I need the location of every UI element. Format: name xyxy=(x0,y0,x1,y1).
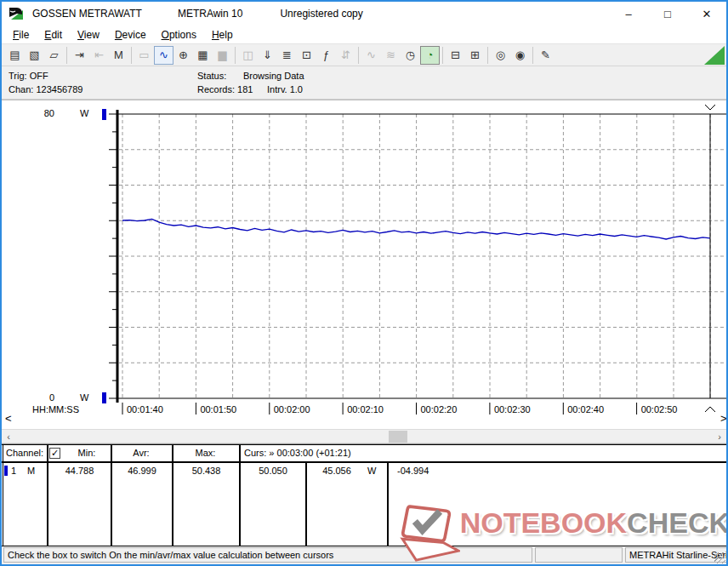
title-bar: GOSSEN METRAWATT METRAwin 10 Unregistere… xyxy=(2,2,726,26)
channel-list: Chan: 123456789 xyxy=(9,84,82,94)
cursor-delta-value: -04.994 xyxy=(397,466,429,476)
dense-wave-icon: ≋ xyxy=(381,46,401,65)
col-header-min: Min: xyxy=(63,448,111,458)
toolbar-separator xyxy=(131,47,132,64)
time-tick-label: 00:02:50 xyxy=(641,404,678,414)
y-axis-unit-bottom: W xyxy=(80,392,88,403)
x-axis-tick-labels: 00:01:4000:01:5000:02:0000:02:1000:02:20… xyxy=(2,404,728,418)
data-table-icon[interactable]: ▦ xyxy=(193,46,213,65)
horizontal-scrollbar[interactable]: ‹ › xyxy=(2,429,726,443)
time-tick-label: 00:01:50 xyxy=(200,404,236,414)
stop-read-icon: ⇤ xyxy=(89,46,109,65)
maximize-button[interactable]: □ xyxy=(648,2,687,26)
device-memory-icon[interactable]: M xyxy=(109,46,128,65)
numeric-display-icon: ▭ xyxy=(134,46,154,65)
resize-grip[interactable] xyxy=(714,552,725,563)
toolbar-separator xyxy=(235,47,236,64)
pan-left-arrow[interactable]: < xyxy=(5,412,12,425)
y-axis-max-label: 80 xyxy=(34,108,54,118)
window-title-app: GOSSEN METRAWATT xyxy=(32,8,142,20)
menu-view[interactable]: View xyxy=(70,27,107,43)
toolbar-separator xyxy=(487,47,488,64)
minimize-button[interactable]: – xyxy=(609,2,648,26)
annotation-icon[interactable]: ✎ xyxy=(536,46,555,65)
status-bar: Check the box to switch On the min/avr/m… xyxy=(2,546,726,564)
min-value: 44.788 xyxy=(48,466,111,476)
zoom-curve-icon[interactable]: ◎ xyxy=(491,46,510,65)
crosshair-cursor-icon[interactable]: ⊕ xyxy=(173,46,193,65)
scrollbar-thumb[interactable] xyxy=(389,431,407,443)
scroll-left-arrow[interactable]: ‹ xyxy=(2,431,15,443)
green-triangle-indicator xyxy=(704,46,725,65)
timer-record-icon[interactable]: ◔ xyxy=(420,46,440,65)
close-button[interactable]: ✕ xyxy=(687,2,726,26)
zoom-section-icon[interactable]: ◉ xyxy=(510,46,530,65)
col-header-avr: Avr: xyxy=(111,448,172,458)
minmax-checkbox[interactable]: ✓ xyxy=(49,448,60,459)
time-tick-label: 00:02:00 xyxy=(274,404,310,414)
toolbar: ▤▧▱⇥⇤M▭∿⊕▦▆◫⇓≣⊡ƒ⇵∿≋◷◔⊟⊞◎◉✎ xyxy=(2,44,726,66)
checkmark-icon: ✓ xyxy=(51,448,59,458)
trigger-status: Trig: OFF xyxy=(9,71,48,81)
max-value: 50.438 xyxy=(173,466,239,476)
menu-options[interactable]: Options xyxy=(154,27,204,43)
curve-chart-icon[interactable]: ∿ xyxy=(154,46,173,65)
status-info-panel: Trig: OFF Chan: 123456789 Status: Browsi… xyxy=(2,66,726,100)
read-device-icon[interactable]: ⇥ xyxy=(70,46,89,65)
channel-number: 1 xyxy=(11,466,16,476)
bar-graph-icon: ▆ xyxy=(213,46,232,65)
schedule-clock-icon[interactable]: ◷ xyxy=(401,46,420,65)
save-as-icon[interactable]: ▧ xyxy=(25,46,44,65)
time-tick-label: 00:02:30 xyxy=(494,404,531,414)
col-header-channel: Channel: xyxy=(6,448,43,458)
statusbar-device-name: METRAHit Starline-Seri xyxy=(625,547,728,563)
send-to-device-icon[interactable]: ⇓ xyxy=(258,46,277,65)
copy-window-icon: ◫ xyxy=(238,46,258,65)
toolbar-separator xyxy=(532,47,533,64)
statusbar-message: Check the box to switch On the min/avr/m… xyxy=(3,547,532,563)
menu-help[interactable]: Help xyxy=(204,27,241,43)
cursor2-value: 45.056 xyxy=(307,466,367,476)
avr-value: 46.999 xyxy=(112,466,172,476)
chart-pane: 80 W 0 W HH:MM:SS 00:01:4000:01:5000:02:… xyxy=(2,100,726,429)
col-header-cursor: Curs: » 00:03:00 (+01:21) xyxy=(244,448,351,458)
toolbar-separator xyxy=(358,47,359,64)
time-tick-label: 00:02:40 xyxy=(567,404,604,414)
formula-icon[interactable]: ƒ xyxy=(316,46,336,65)
statusbar-empty-panel xyxy=(535,547,623,563)
y-axis-min-label: 0 xyxy=(39,392,54,403)
scroll-right-arrow[interactable]: › xyxy=(713,431,726,443)
window-title-product: METRAwin 10 xyxy=(178,8,242,20)
channel-color-marker xyxy=(4,466,8,476)
menu-file[interactable]: File xyxy=(5,27,37,43)
open-file-icon[interactable]: ▱ xyxy=(44,46,64,65)
menu-bar: FileEditViewDeviceOptionsHelp xyxy=(2,26,726,44)
y-axis-unit-top: W xyxy=(80,108,88,118)
measurement-table: Channel: ✓ Min: Avr: Max: Curs: » 00:03:… xyxy=(2,443,726,546)
channel-scale-marker-bottom xyxy=(102,392,106,403)
time-tick-label: 00:02:10 xyxy=(347,404,384,414)
menu-edit[interactable]: Edit xyxy=(37,27,70,43)
time-tick-label: 00:01:40 xyxy=(127,404,163,414)
status-value: Browsing Data xyxy=(243,71,304,81)
toolbar-separator xyxy=(66,47,67,64)
menu-device[interactable]: Device xyxy=(107,27,154,43)
toolbar-separator xyxy=(442,47,443,64)
pc-link-icon: ⇵ xyxy=(336,46,355,65)
device-config-icon[interactable]: ≣ xyxy=(277,46,297,65)
pan-right-arrow[interactable]: > xyxy=(720,412,727,425)
window-title-license: Unregistered copy xyxy=(280,8,362,20)
save-icon[interactable]: ▤ xyxy=(5,46,25,65)
channel-scale-marker-top xyxy=(102,109,106,120)
monitor-output-icon[interactable]: ⊡ xyxy=(297,46,316,65)
print-icon[interactable]: ⊞ xyxy=(465,46,485,65)
print-preview-icon[interactable]: ⊟ xyxy=(446,46,465,65)
channel-mode: M xyxy=(27,466,35,476)
col-header-max: Max: xyxy=(172,448,239,458)
unit-label: W xyxy=(367,466,376,476)
time-tick-label: 00:02:20 xyxy=(421,404,458,414)
status-label: Status: xyxy=(197,71,226,81)
cursor2-top-marker[interactable] xyxy=(705,105,715,110)
single-wave-icon: ∿ xyxy=(361,46,381,65)
chart-plot-area[interactable] xyxy=(2,100,728,430)
